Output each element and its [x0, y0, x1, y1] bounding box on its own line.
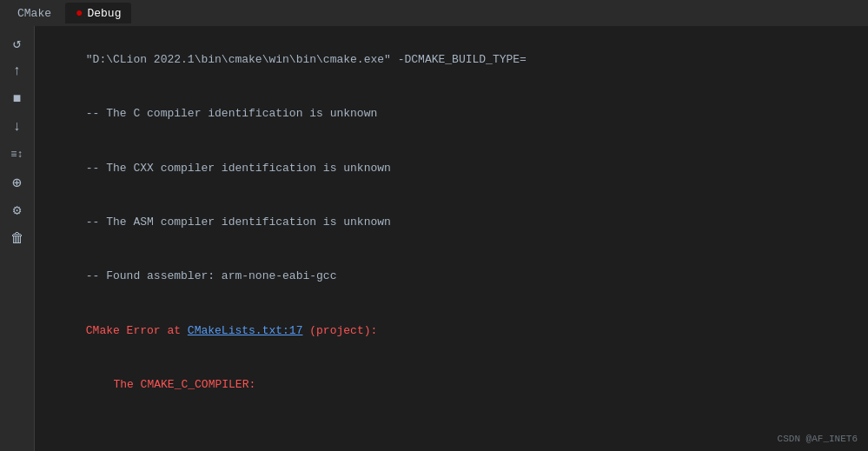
error-icon: ● [76, 6, 83, 20]
watermark: CSDN @AF_INET6 [778, 434, 858, 444]
title-bar: CMake ● Debug [0, 0, 868, 26]
cmake-error-body2 [45, 413, 858, 431]
add-button[interactable]: ⊕ [5, 170, 30, 195]
scroll-up-button[interactable]: ↑ [5, 59, 30, 83]
tab-cmake[interactable]: CMake [7, 3, 62, 23]
tab-debug[interactable]: ● Debug [65, 3, 131, 23]
main-layout: ↺ ↑ ■ ↓ ≡↕ ⊕ ⚙ 🗑 "D:\CLion 2022.1\bin\cm… [0, 26, 868, 451]
console-line-c-compiler: -- The C compiler identification is unkn… [45, 87, 858, 141]
console-line-cxx-compiler: -- The CXX compiler identification is un… [45, 142, 858, 196]
cmake-error-label: CMake Error at [86, 324, 188, 337]
stop-button[interactable]: ■ [5, 87, 30, 111]
console-line-asm-compiler: -- The ASM compiler identification is un… [45, 196, 858, 249]
debug-tab-label: Debug [87, 7, 121, 20]
filter-button[interactable]: ≡↕ [5, 143, 30, 167]
cmake-error-link[interactable]: CMakeLists.txt:17 [188, 324, 303, 337]
delete-button[interactable]: 🗑 [5, 226, 30, 250]
refresh-button[interactable]: ↺ [5, 31, 30, 56]
cmake-error-body1: The CMAKE_C_COMPILER: [45, 358, 858, 412]
sidebar: ↺ ↑ ■ ↓ ≡↕ ⊕ ⚙ 🗑 [0, 26, 35, 451]
cmake-error-suffix: (project): [302, 324, 377, 337]
cmake-error-body3: arm-none-eabi-gcc [45, 431, 858, 451]
scroll-down-button[interactable]: ↓ [5, 115, 30, 139]
console-line-assembler: -- Found assembler: arm-none-eabi-gcc [45, 250, 858, 304]
settings-button[interactable]: ⚙ [5, 198, 30, 222]
console-line-command: "D:\CLion 2022.1\bin\cmake\win\bin\cmake… [45, 33, 858, 87]
cmake-tab-label: CMake [17, 7, 51, 20]
cmake-error-line: CMake Error at CMakeLists.txt:17 (projec… [45, 304, 858, 358]
console-content: "D:\CLion 2022.1\bin\cmake\win\bin\cmake… [35, 26, 868, 451]
